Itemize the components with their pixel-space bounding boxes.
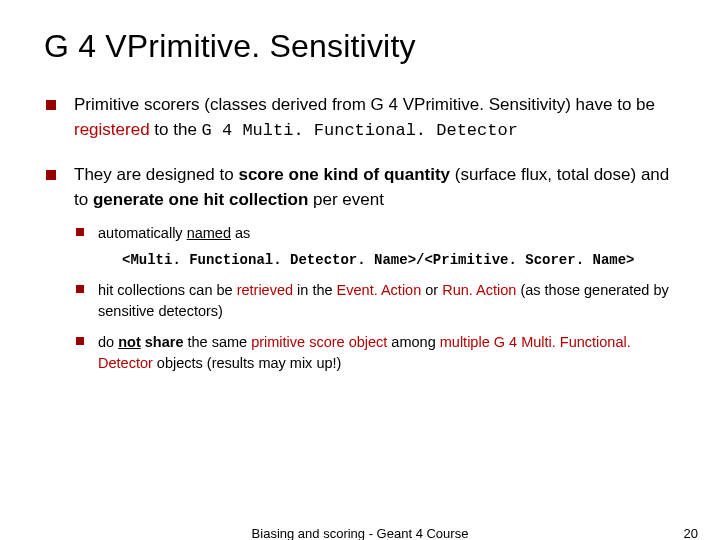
b1-pre: Primitive scorers (classes derived from …	[74, 95, 655, 114]
sub-bullets: automatically named as <Multi. Functiona…	[74, 223, 676, 374]
b1-registered: registered	[74, 120, 150, 139]
s3-h: objects (results may mix up!)	[153, 355, 342, 371]
sub-1: automatically named as <Multi. Functiona…	[74, 223, 676, 270]
top-bullets: Primitive scorers (classes derived from …	[44, 93, 676, 374]
bullet-2: They are designed to score one kind of q…	[44, 163, 676, 374]
s3-a: do	[98, 334, 118, 350]
s3-d: the same	[183, 334, 251, 350]
s2-c: in the	[293, 282, 337, 298]
sub-3: do not share the same primitive score ob…	[74, 332, 676, 374]
b1-code: G 4 Multi. Functional. Detector	[202, 121, 518, 140]
s2-e: or	[421, 282, 442, 298]
b2-e: per event	[308, 190, 384, 209]
s2-b: retrieved	[237, 282, 293, 298]
s1-code: <Multi. Functional. Detector. Name>/<Pri…	[122, 250, 676, 270]
s2-f: Run. Action	[442, 282, 516, 298]
sub-2: hit collections can be retrieved in the …	[74, 280, 676, 322]
s2-d: Event. Action	[337, 282, 422, 298]
s3-c: share	[141, 334, 184, 350]
s1-c: as	[231, 225, 250, 241]
bullet-1: Primitive scorers (classes derived from …	[44, 93, 676, 143]
s3-e: primitive score object	[251, 334, 387, 350]
page-number: 20	[684, 526, 698, 540]
slide-title: G 4 VPrimitive. Sensitivity	[44, 28, 676, 65]
s1-b: named	[187, 225, 231, 241]
s2-a: hit collections can be	[98, 282, 237, 298]
s1-a: automatically	[98, 225, 187, 241]
footer-text: Biasing and scoring - Geant 4 Course	[252, 526, 469, 540]
b2-a: They are designed to	[74, 165, 238, 184]
slide: G 4 VPrimitive. Sensitivity Primitive sc…	[0, 0, 720, 374]
s3-b: not	[118, 334, 141, 350]
b1-post: to the	[150, 120, 202, 139]
b2-b: score one kind of quantity	[238, 165, 450, 184]
b2-d: generate one hit collection	[93, 190, 308, 209]
s3-f: among	[387, 334, 439, 350]
